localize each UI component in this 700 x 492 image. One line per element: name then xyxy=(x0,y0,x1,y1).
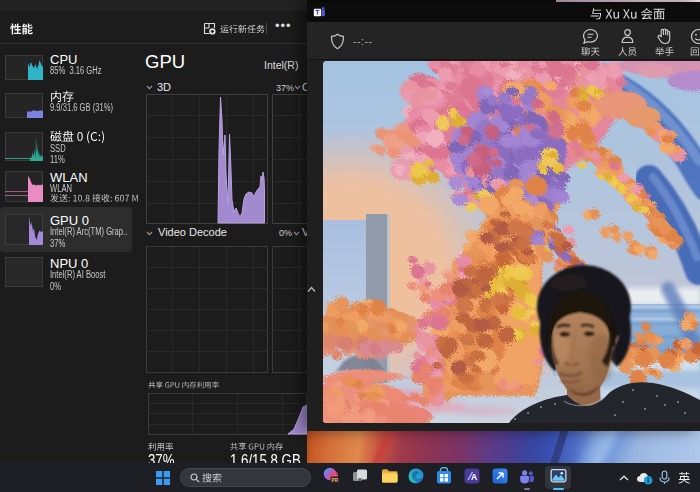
svg-text:PR: PR xyxy=(332,478,339,483)
svg-text:A: A xyxy=(471,472,477,482)
